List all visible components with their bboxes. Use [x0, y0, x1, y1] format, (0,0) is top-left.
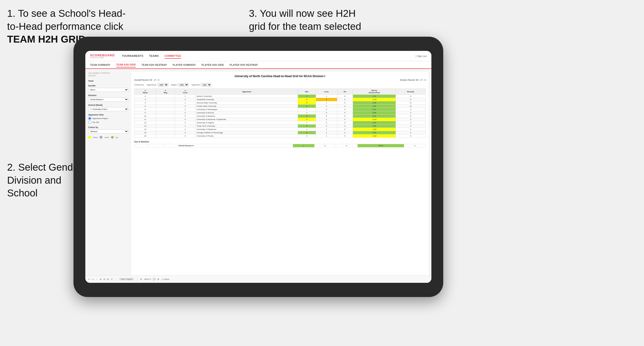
- division-record: Division Record: 88 - 17 - 0: [400, 79, 426, 81]
- cell-diff: 1.83: [353, 105, 396, 108]
- sidebar: Last Updated: 27/03/2024 16:55:38 Team G…: [88, 72, 128, 280]
- nav-committee[interactable]: COMMITTEE: [164, 53, 181, 59]
- cell-rounds: 2: [396, 111, 426, 115]
- overall-record-value: 89 - 17 - 0: [150, 79, 159, 81]
- clock-btn[interactable]: ⏱: [111, 278, 113, 280]
- division-select[interactable]: NCAA Division I: [88, 98, 128, 102]
- grid-area: University of North Carolina Head-to-Hea…: [131, 72, 428, 280]
- cell-rank: 9: [134, 111, 156, 115]
- opponents-played-radio[interactable]: Opponents Played: [88, 117, 128, 120]
- watch-btn[interactable]: 👁: [140, 278, 142, 280]
- back-btn[interactable]: ←: [96, 278, 98, 280]
- copy-btn[interactable]: ⧉: [104, 278, 105, 280]
- legend-level-dot: [100, 136, 102, 139]
- cell-rank: 15: [134, 131, 156, 134]
- cell-rounds: 3: [396, 121, 426, 125]
- cell-rank: 12: [134, 121, 156, 125]
- top100-input[interactable]: [88, 121, 91, 124]
- nav-items: TOURNAMENTS TEAMS COMMITTEE: [122, 53, 416, 59]
- opponents-select[interactable]: (All): [158, 83, 168, 87]
- opponents-label: Opponents:: [147, 84, 156, 86]
- cell-loss: 0: [316, 115, 337, 118]
- cell-opponent: Florida State University: [196, 105, 298, 108]
- team-label: Team: [88, 80, 128, 82]
- tablet-screen: SCOREBOARD Powered by clippd TOURNAMENTS…: [85, 51, 432, 283]
- ood-col-rank: [134, 144, 149, 148]
- cell-diff: -4.42: [353, 134, 396, 138]
- opponent-select[interactable]: (All): [201, 83, 212, 87]
- cell-loss: 2: [316, 105, 337, 108]
- out-of-division-row: NCAA Division II 1 0 0 26.00 3: [134, 144, 426, 148]
- subnav-player-h2h-heatmap[interactable]: PLAYER H2H HEATMAP: [230, 63, 258, 67]
- col-tie: Tie: [337, 89, 353, 95]
- cell-diff: -4.33: [353, 118, 396, 121]
- region-label: Region: [171, 84, 177, 86]
- cell-tie: 0: [337, 98, 353, 101]
- cell-loss: 0: [316, 111, 337, 115]
- cell-win: 5: [298, 131, 316, 134]
- redo-btn[interactable]: ↪: [92, 278, 94, 280]
- nav-signin[interactable]: | Sign out: [416, 55, 427, 57]
- nav-tournaments[interactable]: TOURNAMENTS: [122, 53, 144, 59]
- cell-opponent: Georgia Institute of Technology: [196, 131, 298, 134]
- step2-line3: School: [7, 187, 38, 198]
- subnav-player-h2h-grid[interactable]: PLAYER H2H GRID: [202, 63, 224, 67]
- cell-diff: 9.00: [353, 111, 396, 115]
- cell-loss: 0: [316, 108, 337, 111]
- division-record-value: 88 - 17 - 0: [416, 79, 426, 81]
- toolbar-divider: [116, 277, 116, 281]
- cell-reg: [156, 128, 175, 131]
- subnav-team-summary[interactable]: TEAM SUMMARY: [90, 63, 110, 67]
- col-rounds: Rounds: [396, 89, 426, 95]
- cell-rank: 4: [134, 101, 156, 105]
- subnav-player-summary[interactable]: PLAYER SUMMARY: [172, 63, 196, 67]
- colour-by-select[interactable]: Win/loss: [88, 130, 128, 134]
- ood-loss: 0: [314, 144, 336, 148]
- bottom-toolbar: ↩ ↪ ← ⊕ ⧉ ⊞ ⏱ View: Original 👁 Watch ▾ 💬…: [85, 275, 432, 283]
- forward-btn[interactable]: ⊕: [100, 278, 102, 280]
- table-row: 13 1 Texas Tech University 3 0 0 5.56 9: [134, 125, 426, 128]
- region-select[interactable]: (All): [178, 83, 189, 87]
- cell-rounds: 17: [396, 101, 426, 105]
- cell-rank: 14: [134, 128, 156, 131]
- cell-reg: [156, 101, 175, 105]
- opponents-played-input[interactable]: [88, 117, 91, 120]
- app-logo-text: SCOREBOARD: [90, 54, 115, 57]
- cell-reg: [156, 118, 175, 121]
- cell-reg: [156, 115, 175, 118]
- subnav-team-h2h-heatmap[interactable]: TEAM H2H HEATMAP: [142, 63, 167, 67]
- opponent-label: Opponent: [192, 84, 200, 86]
- cell-loss: 0: [316, 125, 337, 128]
- ood-rounds: 3: [404, 144, 426, 148]
- col-opponent: Opponent: [196, 89, 298, 95]
- comment-btn[interactable]: 💬: [153, 278, 156, 280]
- table-row: 6 2 Florida State University 1 2 0 1.83 …: [134, 105, 426, 108]
- undo-btn[interactable]: ↩: [88, 278, 90, 280]
- col-loss: Loss: [316, 89, 337, 95]
- cell-opponent: Auburn University: [196, 95, 298, 98]
- paste-btn[interactable]: ⊞: [107, 278, 109, 280]
- team-section: Team: [88, 80, 128, 82]
- top100-radio[interactable]: Top 100: [88, 121, 128, 124]
- cell-reg: [156, 111, 175, 115]
- table-row: 15 4 Georgia Institute of Technology 5 1…: [134, 131, 426, 134]
- watch-label[interactable]: Watch ▾: [144, 278, 151, 280]
- step3-line1: 3. You will now see H2H: [249, 8, 356, 19]
- school-select[interactable]: 1. University of Nort...: [88, 107, 128, 111]
- subnav-team-h2h-grid[interactable]: TEAM H2H GRID: [116, 62, 136, 67]
- table-row: 12 1 University of Virginia 1 0 0 2.33 3: [134, 121, 426, 125]
- cell-rank: 3: [134, 98, 156, 101]
- view-label[interactable]: View: Original: [119, 278, 134, 281]
- share-btn[interactable]: ↗ Share: [161, 278, 170, 280]
- table-row: 14 2 University of Oklahoma 1 2 0 -1.00 …: [134, 128, 426, 131]
- gender-select[interactable]: Men's: [88, 88, 128, 92]
- cell-opponent: University of Alabama: [196, 115, 298, 118]
- grid-btn[interactable]: ⊞: [158, 278, 159, 280]
- nav-teams[interactable]: TEAMS: [149, 53, 159, 59]
- division-label: Division: [88, 94, 128, 97]
- cell-tie: 0: [337, 128, 353, 131]
- table-row: 9 3 University of Arizona 1 0 0 9.00 2: [134, 111, 426, 115]
- cell-tie: 0: [337, 101, 353, 105]
- opponent-view-label: Opponent View: [88, 114, 128, 116]
- main-content: Last Updated: 27/03/2024 16:55:38 Team G…: [85, 69, 432, 283]
